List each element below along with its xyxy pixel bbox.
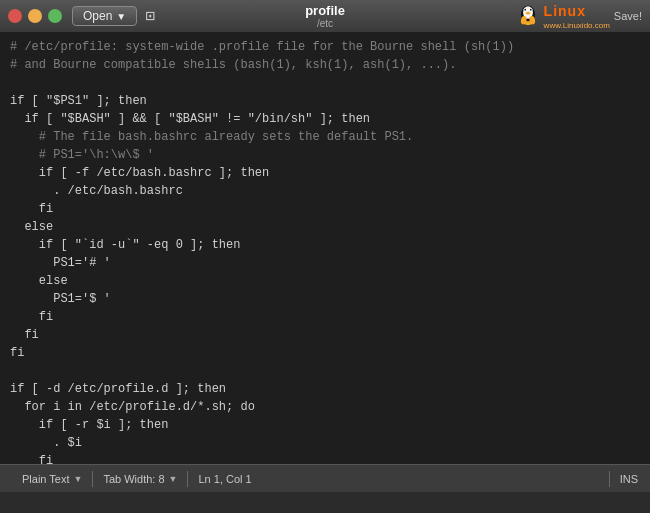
logo-text-group: Linux www.Linuxido.com [544, 3, 610, 30]
code-line: else [10, 272, 640, 290]
code-line: # The file bash.bashrc already sets the … [10, 128, 640, 146]
open-button[interactable]: Open ▼ [72, 6, 137, 26]
open-dropdown-arrow: ▼ [116, 11, 126, 22]
close-button[interactable] [8, 9, 22, 23]
logo-site-text: www.Linuxido.com [544, 21, 610, 30]
svg-point-9 [524, 21, 531, 25]
plain-text-status[interactable]: Plain Text ▼ [12, 473, 92, 485]
window-controls [8, 9, 62, 23]
code-line: . /etc/bash.bashrc [10, 182, 640, 200]
svg-point-5 [530, 9, 532, 11]
tab-width-status[interactable]: Tab Width: 8 ▼ [93, 473, 187, 485]
code-line [10, 362, 640, 380]
status-right: INS [609, 471, 638, 487]
code-line: fi [10, 452, 640, 464]
tux-icon [514, 2, 542, 30]
code-container: # /etc/profile: system-wide .profile fil… [10, 38, 640, 464]
ln-col-label: Ln 1, Col 1 [198, 473, 251, 485]
minimize-button[interactable] [28, 9, 42, 23]
window-subtitle: /etc [305, 18, 345, 29]
code-line: if [ -f /etc/bash.bashrc ]; then [10, 164, 640, 182]
code-line: PS1='$ ' [10, 290, 640, 308]
code-line: if [ "`id -u`" -eq 0 ]; then [10, 236, 640, 254]
ins-badge: INS [620, 473, 638, 485]
ln-col-status: Ln 1, Col 1 [188, 473, 261, 485]
code-line: # and Bourne compatible shells (bash(1),… [10, 56, 640, 74]
svg-point-6 [526, 12, 530, 15]
plain-text-arrow: ▼ [74, 474, 83, 484]
code-line: fi [10, 308, 640, 326]
logo-linux-text: Linux [544, 3, 586, 19]
code-line: for i in /etc/profile.d/*.sh; do [10, 398, 640, 416]
code-line: if [ -d /etc/profile.d ]; then [10, 380, 640, 398]
code-line: PS1='# ' [10, 254, 640, 272]
code-line: fi [10, 326, 640, 344]
window-title: profile [305, 3, 345, 18]
svg-point-4 [524, 9, 526, 11]
title-center: profile /etc [305, 3, 345, 29]
statusbar: Plain Text ▼ Tab Width: 8 ▼ Ln 1, Col 1 … [0, 464, 650, 492]
plain-text-label: Plain Text [22, 473, 70, 485]
code-line: fi [10, 200, 640, 218]
tab-width-arrow: ▼ [169, 474, 178, 484]
maximize-button[interactable] [48, 9, 62, 23]
toolbar-icon[interactable]: ⊡ [145, 6, 155, 26]
code-line [10, 74, 640, 92]
code-line: if [ "$PS1" ]; then [10, 92, 640, 110]
code-line: fi [10, 344, 640, 362]
save-label[interactable]: Save! [614, 10, 642, 22]
code-line: else [10, 218, 640, 236]
code-line: . $i [10, 434, 640, 452]
status-divider-3 [609, 471, 610, 487]
code-line: # /etc/profile: system-wide .profile fil… [10, 38, 640, 56]
titlebar: Open ▼ ⊡ profile /etc Linux www.Linuxido… [0, 0, 650, 32]
tab-width-label: Tab Width: 8 [103, 473, 164, 485]
code-line: # PS1='\h:\w\$ ' [10, 146, 640, 164]
open-label: Open [83, 9, 112, 23]
code-line: if [ "$BASH" ] && [ "$BASH" != "/bin/sh"… [10, 110, 640, 128]
code-line: if [ -r $i ]; then [10, 416, 640, 434]
editor-area: # /etc/profile: system-wide .profile fil… [0, 32, 650, 464]
logo-area: Linux www.Linuxido.com Save! [514, 2, 642, 30]
